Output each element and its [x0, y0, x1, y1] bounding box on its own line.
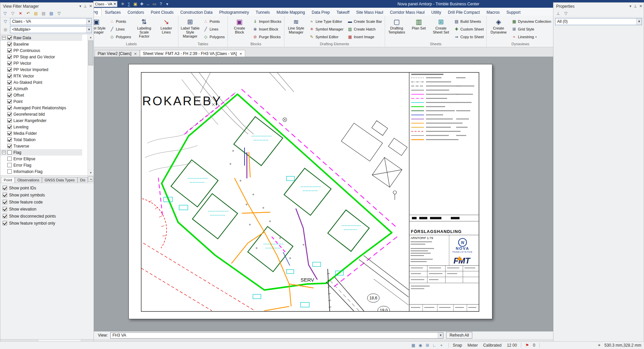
checkbox[interactable]: [7, 61, 12, 65]
tree-item-georefererad-bild[interactable]: Georefererad bild: [0, 111, 88, 117]
ribbon-button-drafting-templates[interactable]: ▢Drafting Templates: [386, 16, 408, 40]
tree-group-raw-data[interactable]: Raw Data: [0, 35, 82, 41]
close-tab-icon[interactable]: ✕: [239, 52, 242, 56]
ribbon-button-insert-image[interactable]: ▦Insert Image: [346, 33, 384, 41]
document-tab-plan-view2-claes[interactable]: Plan View2 [Claes]✕: [95, 50, 140, 57]
checkbox[interactable]: [3, 214, 7, 218]
layers-none-icon[interactable]: ▤: [40, 10, 47, 16]
tree-item-laser-rangefinder[interactable]: Laser Rangefinder: [0, 117, 88, 124]
tree-item-information-flag[interactable]: Information Flag: [0, 168, 88, 175]
scroll-left-icon[interactable]: ◂: [88, 176, 93, 182]
copy-filter-icon[interactable]: ▽: [9, 10, 16, 16]
checkbox[interactable]: [3, 193, 7, 197]
chevron-down-icon[interactable]: ▾: [630, 4, 632, 8]
ribbon-button-points[interactable]: ∴Points: [108, 18, 132, 25]
tree-item-offset[interactable]: Offset: [0, 92, 88, 98]
scrollbar-thumb[interactable]: [88, 41, 93, 65]
project-settings-icon[interactable]: ✳: [119, 1, 126, 7]
compute-icon[interactable]: ∑: [126, 1, 132, 7]
grid-toggle-icon[interactable]: ⊞: [425, 343, 430, 348]
checkbox[interactable]: [7, 118, 12, 123]
tree-item-as-staked-point[interactable]: As-Staked Point: [0, 79, 88, 85]
snap-mode-icon[interactable]: ◉: [418, 343, 423, 348]
collapse-icon[interactable]: [2, 151, 6, 154]
checkbox[interactable]: [3, 200, 7, 204]
ribbon-button-create-block[interactable]: ▣Create Block: [229, 16, 250, 40]
ribbon-button-custom-sheet[interactable]: ✚Custom Sheet: [452, 25, 486, 33]
ribbon-button-line-type-editor[interactable]: ≈Line Type Editor: [308, 18, 345, 25]
checkbox[interactable]: [7, 36, 12, 40]
ribbon-button-import-blocks[interactable]: ⇓Import Blocks: [251, 18, 283, 25]
collapse-icon[interactable]: [2, 36, 6, 40]
tab-observations[interactable]: Observations: [15, 177, 42, 183]
option-show-point-ids[interactable]: Show point IDs: [0, 184, 94, 191]
tab-point[interactable]: Point: [1, 177, 15, 183]
tree-item-error-flag[interactable]: Error Flag: [0, 162, 88, 168]
more-commands-icon[interactable]: ▾: [164, 1, 170, 7]
ribbon-button-copy-to-sheet[interactable]: ⇒Copy to Sheet: [452, 33, 486, 41]
ribbon-button-grid-style[interactable]: ⊞Grid Style: [510, 25, 553, 33]
ribbon-button-polygons[interactable]: ◇Polygons: [202, 33, 226, 41]
checkbox[interactable]: [7, 55, 12, 59]
close-icon[interactable]: ✕: [639, 4, 642, 8]
ribbon-button-lines[interactable]: ╱Lines: [108, 25, 132, 33]
checkbox[interactable]: [7, 106, 12, 110]
checkbox[interactable]: [7, 93, 12, 97]
ribbon-button-symbol-editor[interactable]: ✎Symbol Editor: [308, 33, 345, 41]
option-show-disconnected-points[interactable]: Show disconnected points: [0, 213, 94, 220]
ribbon-button-points[interactable]: ∴Points: [202, 18, 226, 25]
ribbon-button-lines[interactable]: ╱Lines: [202, 25, 226, 33]
help-icon[interactable]: ?: [158, 1, 164, 7]
checkbox[interactable]: [7, 125, 12, 129]
tab-gnss-data-types[interactable]: GNSS Data Types: [42, 177, 77, 183]
option-show-elevation[interactable]: Show elevation: [0, 206, 94, 213]
ribbon-button-symbol-manager[interactable]: ✳Symbol Manager: [308, 25, 345, 33]
ribbon-button-build-sheets[interactable]: ▤Build Sheets: [452, 18, 486, 25]
tab-construction-data[interactable]: Construction Data: [177, 9, 216, 16]
reset-filter-icon[interactable]: ↶: [25, 10, 32, 16]
tree-item-traverse[interactable]: Traverse: [0, 143, 88, 149]
tab-site-mass-haul[interactable]: Site Mass Haul: [353, 9, 387, 16]
drawing-sheet[interactable]: ROKAREBY SERV 18,6 19,0: [128, 64, 492, 319]
document-tab-sheet-view-fmt-a3-fh-2-39-fh3-va-claes-v[interactable]: Sheet View: FMT A3 - FH 2:39 - FH3 VA [C…: [140, 50, 245, 57]
checkbox[interactable]: [7, 86, 12, 91]
tree-item-rtk-vector[interactable]: RTK Vector: [0, 73, 88, 79]
ribbon-button-create-hatch[interactable]: ▨Create Hatch: [346, 25, 384, 33]
checkbox[interactable]: [7, 99, 12, 104]
checkbox[interactable]: [7, 150, 12, 155]
checkbox[interactable]: [3, 186, 7, 190]
tree-item-azimuth[interactable]: Azimuth: [0, 85, 88, 92]
checkbox[interactable]: [7, 131, 12, 135]
layers-select-icon[interactable]: ▤: [48, 10, 55, 16]
pan-icon[interactable]: ✚: [139, 1, 145, 7]
checkbox[interactable]: [7, 112, 12, 116]
checkbox[interactable]: [7, 144, 12, 148]
ribbon-button-create-sheet-set[interactable]: ⊞Create Sheet Set: [430, 16, 452, 40]
statusbar-toggle-meter[interactable]: Meter: [468, 343, 478, 348]
option-show-feature-symbol-only[interactable]: Show feature symbol only: [0, 220, 94, 227]
new-filter-icon[interactable]: ▽: [2, 10, 8, 16]
filter-tree[interactable]: ▲ ▼ Raw DataBaselinePP ContinuousPP Stop…: [0, 34, 94, 176]
selection-mode-icon[interactable]: ▦: [411, 343, 416, 348]
ribbon-button-labeling-scale-factor[interactable]: ⇅Labeling Scale Factor: [133, 16, 155, 40]
screen-capture-icon[interactable]: ▭: [151, 1, 158, 7]
tab-tunnels[interactable]: Tunnels: [252, 9, 273, 16]
tab-data-prep[interactable]: Data Prep: [308, 9, 333, 16]
ribbon-button-plan-set[interactable]: ▥Plan Set: [408, 16, 430, 40]
tab-macros[interactable]: Macros: [483, 9, 503, 16]
tree-item-media-folder[interactable]: Media Folder: [0, 130, 88, 136]
pin-icon[interactable]: ⊥: [634, 4, 637, 8]
tab-surfaces[interactable]: Surfaces: [102, 9, 124, 16]
checkbox[interactable]: [3, 221, 7, 225]
checkbox[interactable]: [7, 67, 12, 72]
checkbox[interactable]: [7, 163, 12, 167]
sheet-drawing[interactable]: ROKAREBY SERV 18,6 19,0: [129, 64, 492, 319]
ortho-toggle-icon[interactable]: ∟: [432, 343, 437, 348]
checkbox[interactable]: [7, 137, 12, 142]
flag-icon[interactable]: ⚑: [525, 343, 529, 348]
statusbar-toggle-calibrated[interactable]: Calibrated: [483, 343, 501, 348]
scroll-down-icon[interactable]: ▼: [88, 170, 94, 175]
tab-corridors[interactable]: Corridors: [124, 9, 147, 16]
tab-corridor-mass-haul[interactable]: Corridor Mass Haul: [386, 9, 428, 16]
checkbox[interactable]: [7, 157, 12, 161]
